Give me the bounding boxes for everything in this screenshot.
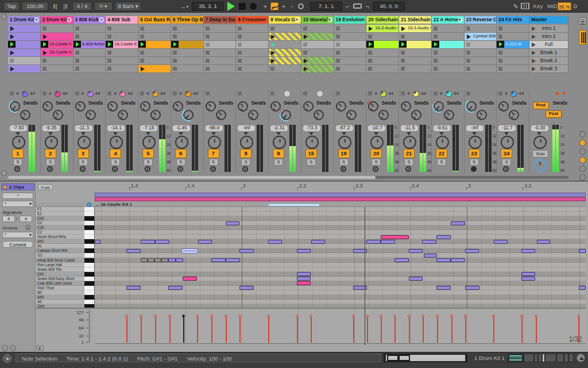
playing-clip[interactable]: 8-808 Aristo — [74, 41, 106, 49]
volume-value[interactable]: -9.35 — [42, 125, 60, 132]
send-a-knob[interactable]: A — [498, 101, 509, 112]
draw-mode-pencil-icon[interactable]: ✎ — [512, 2, 520, 11]
drum-row-name[interactable]: Cabasa Short Mid — [36, 248, 84, 253]
piano-key[interactable] — [84, 239, 95, 244]
io-toggle-icon[interactable] — [1, 14, 7, 20]
clip-slot[interactable] — [204, 33, 237, 41]
midi-note[interactable] — [297, 277, 311, 281]
playing-clip[interactable]: 16-Castle K — [41, 41, 74, 49]
clip-slot[interactable] — [497, 33, 529, 41]
pan-knob[interactable] — [110, 136, 123, 149]
returns-section-toggle[interactable] — [579, 148, 586, 155]
clip[interactable] — [8, 25, 41, 33]
velocity-lane-toggle[interactable] — [37, 346, 44, 351]
pan-knob[interactable] — [175, 136, 188, 149]
velocity-marker[interactable] — [267, 315, 270, 317]
loop-length-field[interactable]: 40. 0. 0 — [373, 2, 405, 11]
clip-slot[interactable] — [432, 65, 465, 73]
send-b-knob[interactable]: B — [150, 110, 161, 120]
clip-slot[interactable] — [334, 49, 367, 57]
clip-slot[interactable] — [366, 57, 399, 65]
clip-slot[interactable] — [497, 57, 529, 65]
piano-key[interactable] — [84, 235, 95, 239]
playing-clip[interactable] — [171, 41, 204, 49]
send-b-knob[interactable]: B — [118, 110, 128, 120]
track-header[interactable]: 19 Evolution — [334, 16, 367, 24]
clip[interactable]: Cymbal 808 VA9 — [465, 33, 497, 41]
dot-a[interactable] — [534, 354, 538, 362]
clip-slot[interactable] — [399, 65, 432, 73]
midi-note[interactable] — [451, 221, 465, 225]
velocity-stem[interactable] — [126, 317, 127, 343]
velocity-marker[interactable] — [210, 315, 213, 317]
clip-slot[interactable] — [138, 25, 171, 33]
playing-clip[interactable] — [399, 41, 432, 49]
track-header[interactable]: 23 Reverse Cymbal — [465, 16, 497, 24]
track-header[interactable]: 9 Vocals Gr▾ — [269, 16, 301, 24]
clip-slot[interactable] — [204, 41, 237, 49]
volume-value[interactable]: -1.45 — [172, 125, 191, 132]
monitor-icon[interactable] — [503, 166, 509, 172]
midi-note[interactable] — [126, 249, 141, 253]
midi-note[interactable] — [297, 272, 311, 276]
master-track-header[interactable]: Master — [529, 16, 568, 24]
velocity-stem[interactable] — [155, 317, 156, 343]
velocity-stem[interactable] — [536, 317, 537, 343]
track-header[interactable]: 20 Sidechain Pad — [366, 16, 399, 24]
playing-clip[interactable] — [138, 41, 171, 49]
track-header[interactable]: 4 808 Sub — [106, 16, 138, 24]
clip-slot[interactable] — [399, 33, 432, 41]
midi-note[interactable] — [268, 240, 282, 244]
tempo-field[interactable]: 100.00 — [22, 2, 48, 11]
volume-value[interactable]: -Inf — [466, 125, 484, 132]
zoom-pane-1[interactable] — [387, 355, 399, 361]
velocity-stem[interactable] — [141, 317, 142, 343]
midi-note[interactable] — [239, 286, 254, 290]
clip-slot[interactable] — [106, 57, 138, 65]
velocity-stem[interactable] — [394, 317, 396, 343]
sq-b[interactable] — [568, 354, 574, 362]
clip-slot[interactable] — [171, 25, 204, 33]
stop-button[interactable] — [239, 3, 246, 10]
send-b-knob[interactable]: B — [216, 110, 226, 120]
device-chain-icon[interactable] — [508, 354, 524, 362]
midi-note[interactable] — [141, 258, 148, 262]
group-clip[interactable] — [301, 33, 334, 41]
clip[interactable]: 16-3-Audio 0001 — [366, 25, 399, 33]
clip-slot[interactable] — [334, 33, 367, 41]
pan-knob[interactable] — [78, 136, 91, 149]
clip-slot[interactable] — [465, 49, 497, 57]
send-a-knob[interactable]: A — [10, 101, 20, 112]
track-activator[interactable]: 7 — [208, 149, 219, 158]
clip-slot[interactable] — [74, 65, 106, 73]
playing-clip[interactable]: 16-Castle K — [106, 41, 138, 49]
monitor-icon[interactable] — [341, 166, 346, 172]
clip-slot[interactable] — [301, 25, 334, 33]
zoom-pane-2[interactable] — [399, 355, 410, 361]
drum-row-name[interactable]: D#1 — [36, 272, 84, 277]
loop-switch-icon[interactable] — [353, 3, 362, 9]
pan-knob[interactable] — [338, 136, 351, 149]
volume-value[interactable]: -73.3 — [303, 125, 321, 132]
track-header[interactable]: 24 FX Hits — [497, 16, 529, 24]
io-show-hide-icon[interactable] — [579, 30, 586, 45]
solo-button[interactable]: S — [470, 159, 479, 166]
midi-note[interactable] — [126, 286, 141, 290]
midi-note[interactable] — [422, 240, 436, 244]
velocity-marker[interactable] — [464, 315, 467, 317]
midi-note[interactable] — [465, 249, 479, 253]
velocity-stem[interactable] — [183, 317, 184, 343]
pan-knob[interactable] — [142, 136, 156, 149]
send-a-knob[interactable]: A — [368, 101, 378, 112]
solo-button[interactable]: S — [274, 159, 283, 166]
track-header[interactable]: 3 808 Kick▾ — [74, 16, 106, 24]
performance-toggle[interactable] — [579, 174, 586, 181]
clip-loop-bar-2[interactable] — [95, 197, 586, 201]
velocity-marker[interactable] — [168, 315, 171, 317]
monitor-icon[interactable] — [373, 166, 378, 172]
send-b-knob[interactable]: B — [411, 110, 421, 120]
velocity-stem[interactable] — [451, 317, 452, 343]
track-header[interactable]: 21 Sidechain Pad — [399, 16, 432, 24]
volume-value[interactable]: -Inf — [237, 125, 256, 132]
track-activator[interactable]: 2 — [45, 149, 56, 158]
